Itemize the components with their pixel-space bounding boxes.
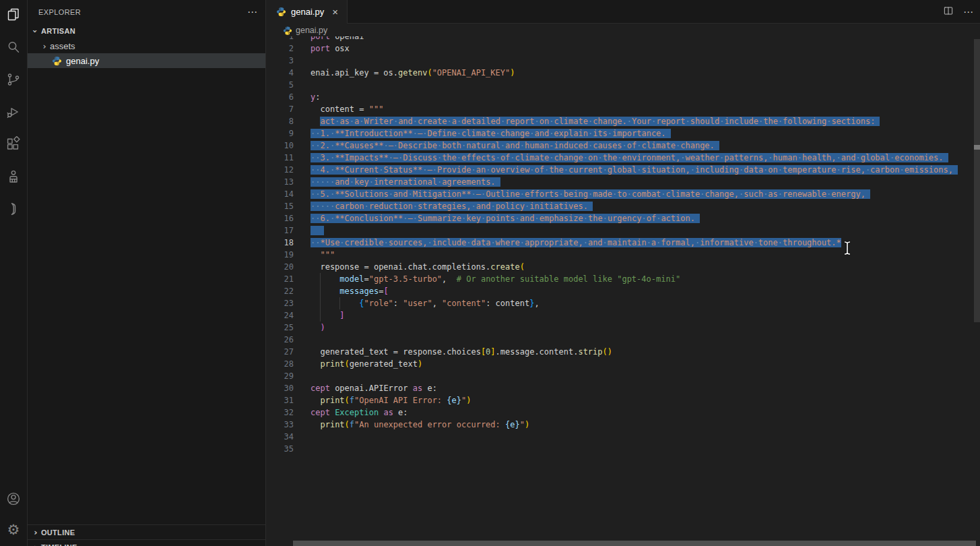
explorer-title: EXPLORER (38, 8, 81, 16)
code-line[interactable]: 22 messages=[ (267, 285, 980, 297)
vertical-scrollbar[interactable] (974, 39, 980, 322)
overview-ruler-cursor-mark (974, 145, 980, 150)
line-number: 27 (267, 346, 294, 358)
notebook-icon[interactable] (5, 201, 22, 217)
panel-outline[interactable]: OUTLINE (28, 524, 265, 539)
python-file-icon (52, 56, 62, 66)
workspace-root-label: ARTISAN (41, 27, 75, 35)
tree-item-assets[interactable]: assets (28, 38, 265, 53)
code-line[interactable]: 30cept openai.APIError as e: (267, 382, 980, 394)
run-debug-icon[interactable] (5, 104, 22, 120)
code-line[interactable]: 29 (267, 370, 980, 382)
code-line[interactable]: 27 generated_text = response.choices[0].… (267, 346, 980, 358)
code-line[interactable]: 10··2.·**Causes**·—·Describe·both·natura… (267, 140, 980, 152)
explorer-files-icon[interactable] (5, 7, 22, 23)
sidebar-panels: OUTLINE TIMELINE (28, 524, 265, 546)
line-number: 13 (267, 176, 294, 188)
activity-bar-top (0, 0, 27, 217)
panel-timeline[interactable]: TIMELINE (28, 539, 265, 546)
line-number: 35 (267, 443, 294, 455)
code-line[interactable]: 16··6.·**Conclusion**·—·Summarize·key·po… (267, 212, 980, 224)
code-line[interactable]: 8 act·as·a·Writer·and·create·a·detailed·… (267, 115, 980, 127)
code-line[interactable]: 14··5.·**Solutions·and·Mitigation**·—·Ou… (267, 188, 980, 200)
folder-label: assets (50, 41, 75, 51)
code-line[interactable]: 25 ) (267, 322, 980, 334)
line-number: 15 (267, 200, 294, 212)
editor-pane[interactable]: 1port openai2port osx34enai.api_key = os… (267, 0, 980, 546)
source-control-icon[interactable] (5, 71, 22, 88)
code-line[interactable]: 9··1.·**Introduction**·—·Define·climate·… (267, 127, 980, 140)
code-line[interactable]: 13·····and·key·international·agreements. (267, 176, 980, 188)
line-number: 32 (267, 406, 294, 419)
chevron-down-icon (30, 26, 41, 36)
code-line[interactable]: 31 print(f"OpenAI API Error: {e}") (267, 394, 980, 406)
close-icon[interactable]: × (332, 7, 338, 17)
outline-label: OUTLINE (41, 528, 75, 537)
code-line[interactable]: 33 print(f"An unexpected error occurred:… (267, 419, 980, 431)
code-line[interactable]: 23 {"role": "user", "content": content}, (267, 297, 980, 309)
code-line[interactable]: 12··4.·**Current·Status**·—·Provide·an·o… (267, 164, 980, 176)
line-number: 34 (267, 431, 294, 443)
breadcrumb[interactable]: genai.py (267, 24, 980, 36)
code-line[interactable]: 34 (267, 431, 980, 443)
line-number: 30 (267, 382, 294, 394)
explorer-sidebar: EXPLORER ⋯ ARTISAN assets genai.py OUTLI… (28, 0, 266, 546)
editor-actions: ⋯ (943, 0, 973, 24)
mouse-cursor (843, 241, 852, 255)
line-number: 14 (267, 188, 294, 200)
code-line[interactable]: 32cept Exception as e: (267, 406, 980, 419)
code-line[interactable]: 35 (267, 443, 980, 455)
line-number: 29 (267, 370, 294, 382)
code-line[interactable]: 28 print(generated_text) (267, 358, 980, 370)
line-number: 21 (267, 273, 294, 285)
line-number: 23 (267, 297, 294, 309)
code-line[interactable]: 24 ] (267, 309, 980, 322)
python-file-icon (276, 7, 286, 17)
code-line[interactable]: 15·····carbon·reduction·strategies,·and·… (267, 200, 980, 212)
settings-gear-icon[interactable]: ⚙ (5, 522, 22, 538)
file-label: genai.py (66, 56, 99, 66)
code-line[interactable]: 18··*Use·credible·sources,·include·data·… (267, 237, 980, 249)
code-lines[interactable]: 1port openai2port osx34enai.api_key = os… (267, 30, 980, 455)
code-line[interactable]: 7 content = """ (267, 103, 980, 115)
line-number: 8 (267, 115, 294, 127)
line-number: 24 (267, 309, 294, 322)
timeline-label: TIMELINE (41, 543, 77, 546)
line-number: 22 (267, 285, 294, 297)
code-line[interactable]: 5 (267, 79, 980, 91)
extensions-icon[interactable] (5, 136, 22, 152)
code-line[interactable]: 6y: (267, 91, 980, 103)
code-line[interactable]: 20 response = openai.chat.completions.cr… (267, 261, 980, 273)
line-number: 18 (267, 237, 294, 249)
line-number: 11 (267, 152, 294, 164)
horizontal-scrollbar[interactable] (293, 541, 976, 546)
workspace-root-artisan[interactable]: ARTISAN (28, 24, 265, 38)
more-actions-icon[interactable]: ⋯ (247, 6, 257, 18)
line-number: 20 (267, 261, 294, 273)
activity-bar-bottom: ⚙ (0, 491, 27, 546)
search-icon[interactable] (5, 39, 22, 55)
account-icon[interactable] (5, 491, 22, 507)
ai-assistant-icon[interactable] (5, 169, 22, 185)
code-line[interactable]: 19 """ (267, 249, 980, 261)
code-line[interactable]: 3 (267, 55, 980, 67)
code-line[interactable]: 17 (267, 224, 980, 237)
more-actions-icon[interactable]: ⋯ (963, 6, 973, 18)
line-number: 10 (267, 140, 294, 152)
code-line[interactable]: 11··3.·**Impacts**·—·Discuss·the·effects… (267, 152, 980, 164)
line-number: 9 (267, 127, 294, 140)
split-editor-icon[interactable] (943, 5, 954, 19)
chevron-right-icon (30, 527, 41, 537)
code-line[interactable]: 4enai.api_key = os.getenv("OPENAI_API_KE… (267, 67, 980, 79)
code-line[interactable]: 21 model="gpt-3.5-turbo", # Or another s… (267, 273, 980, 285)
line-number: 17 (267, 224, 294, 237)
tree-item-genai-py[interactable]: genai.py (28, 53, 265, 68)
line-number: 3 (267, 55, 294, 67)
line-number: 7 (267, 103, 294, 115)
code-line[interactable]: 2port osx (267, 42, 980, 55)
tab-genai-py[interactable]: genai.py × (267, 0, 348, 24)
line-number: 26 (267, 334, 294, 346)
line-number: 16 (267, 212, 294, 224)
tab-bar: genai.py × (267, 0, 980, 24)
code-line[interactable]: 26 (267, 334, 980, 346)
